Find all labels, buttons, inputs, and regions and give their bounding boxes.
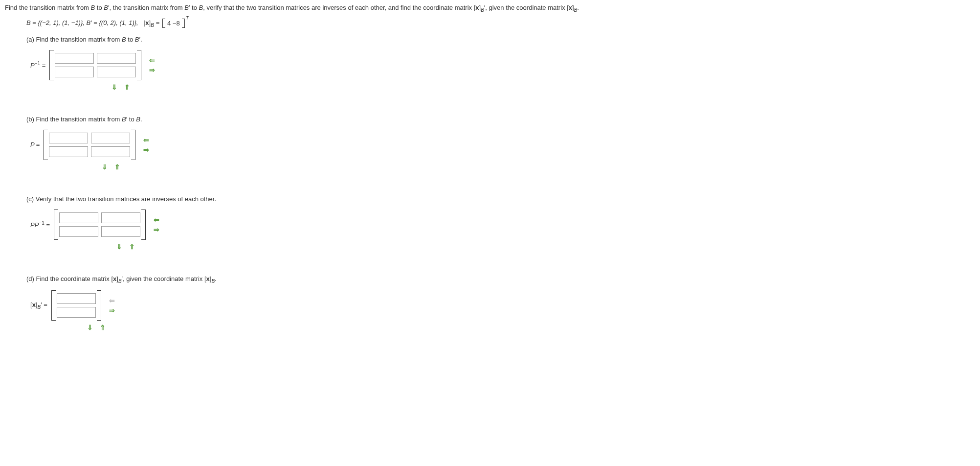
add-col-icon[interactable]: ⇒ bbox=[141, 146, 151, 154]
bracket-right bbox=[141, 210, 146, 240]
matrix-d bbox=[51, 290, 101, 321]
part-b-lhs: P = bbox=[30, 141, 40, 148]
matrix-a bbox=[49, 50, 141, 80]
add-col-icon[interactable]: ⇒ bbox=[152, 226, 161, 233]
part-a-label: (a) Find the transition matrix from B to… bbox=[26, 36, 975, 43]
matrix-a-cell-1-1[interactable] bbox=[97, 67, 136, 77]
part-c: (c) Verify that the two transition matri… bbox=[26, 195, 975, 251]
add-row-icon[interactable]: ⇓ bbox=[85, 324, 95, 331]
matrix-b-cell-1-0[interactable] bbox=[49, 146, 88, 157]
bracket-left bbox=[44, 130, 48, 160]
matrix-a-cell-1-0[interactable] bbox=[55, 67, 94, 77]
matrix-b-cell-1-1[interactable] bbox=[91, 146, 130, 157]
bracket-right bbox=[131, 130, 135, 160]
matrix-a-cell-0-0[interactable] bbox=[55, 53, 94, 64]
matrix-c-cell-0-0[interactable] bbox=[59, 212, 98, 223]
part-b-label: (b) Find the transition matrix from B′ t… bbox=[26, 116, 975, 123]
matrix-b-cell-0-0[interactable] bbox=[49, 133, 88, 143]
part-d: (d) Find the coordinate matrix [x]B′, gi… bbox=[26, 275, 975, 332]
remove-col-icon[interactable]: ⇐ bbox=[107, 297, 117, 304]
remove-row-icon[interactable]: ⇑ bbox=[112, 163, 122, 171]
add-col-icon[interactable]: ⇒ bbox=[147, 66, 157, 74]
bracket-right bbox=[97, 290, 101, 321]
remove-row-icon[interactable]: ⇑ bbox=[122, 83, 132, 91]
add-row-icon[interactable]: ⇓ bbox=[100, 163, 110, 171]
add-row-icon[interactable]: ⇓ bbox=[114, 243, 124, 251]
matrix-d-cell-1-0[interactable] bbox=[57, 307, 96, 318]
matrix-b bbox=[44, 130, 135, 160]
add-col-icon[interactable]: ⇒ bbox=[107, 306, 117, 314]
given-values: B = {(−2, 1), (1, −1)}, B′ = {(0, 2), (1… bbox=[26, 19, 975, 28]
remove-col-icon[interactable]: ⇐ bbox=[147, 56, 157, 64]
bracket-left bbox=[54, 210, 58, 240]
part-b: (b) Find the transition matrix from B′ t… bbox=[26, 116, 975, 171]
part-c-lhs: PP−1 = bbox=[30, 220, 50, 229]
matrix-c-cell-1-1[interactable] bbox=[101, 226, 140, 237]
problem-statement: Find the transition matrix from B to B′,… bbox=[5, 4, 975, 13]
bracket-right bbox=[137, 50, 141, 80]
matrix-a-cell-0-1[interactable] bbox=[97, 53, 136, 64]
bracket-left bbox=[51, 290, 56, 321]
part-a: (a) Find the transition matrix from B to… bbox=[26, 36, 975, 91]
part-a-lhs: P−1 = bbox=[30, 61, 45, 69]
matrix-c bbox=[54, 210, 146, 240]
add-row-icon[interactable]: ⇓ bbox=[110, 83, 119, 91]
remove-col-icon[interactable]: ⇐ bbox=[152, 216, 161, 224]
remove-row-icon[interactable]: ⇑ bbox=[127, 243, 137, 251]
part-c-label: (c) Verify that the two transition matri… bbox=[26, 195, 975, 203]
matrix-b-cell-0-1[interactable] bbox=[91, 133, 130, 143]
part-d-label: (d) Find the coordinate matrix [x]B′, gi… bbox=[26, 275, 975, 284]
matrix-c-cell-0-1[interactable] bbox=[101, 212, 140, 223]
part-d-lhs: [x]B′ = bbox=[30, 301, 47, 310]
remove-row-icon[interactable]: ⇑ bbox=[98, 324, 108, 331]
matrix-c-cell-1-0[interactable] bbox=[59, 226, 98, 237]
remove-col-icon[interactable]: ⇐ bbox=[141, 136, 151, 144]
matrix-d-cell-0-0[interactable] bbox=[57, 293, 96, 304]
bracket-left bbox=[49, 50, 54, 80]
